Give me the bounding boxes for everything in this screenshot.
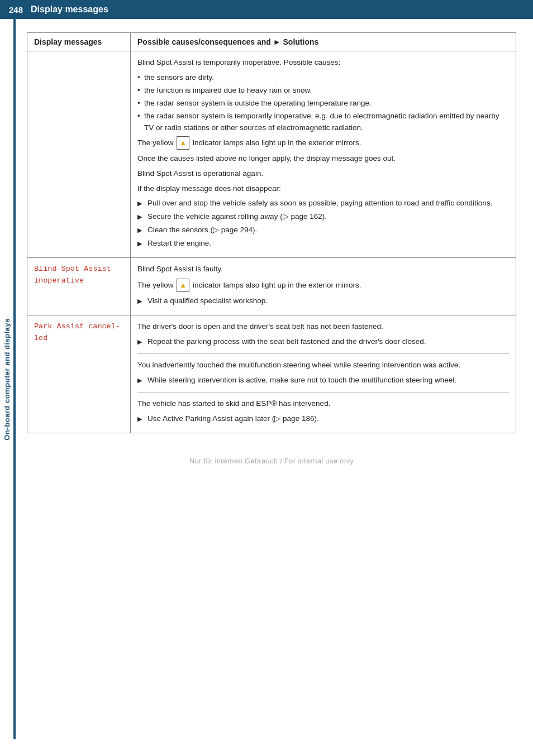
page-title: Display messages (31, 4, 108, 15)
outer-wrapper: On-board computer and displays Display m… (0, 19, 533, 739)
main-table: Display messages Possible causes/consequ… (27, 32, 516, 433)
list-item: the radar sensor system is outside the o… (137, 98, 509, 109)
section-divider (137, 353, 509, 354)
side-label-col: On-board computer and displays (0, 19, 16, 739)
table-row: Blind Spot Assist is temporarily inopera… (27, 51, 516, 258)
side-label: On-board computer and displays (3, 318, 11, 441)
action-list: While steering intervention is active, m… (137, 375, 509, 386)
page-footer: Nur für internen Gebrauch / For internal… (27, 447, 516, 472)
main-content: Display messages Possible causes/consequ… (16, 19, 533, 739)
action-list: Pull over and stop the vehicle safely as… (137, 198, 509, 250)
action-list: Repeat the parking process with the seat… (137, 336, 509, 348)
para: Once the causes listed above no longer a… (137, 153, 509, 165)
para: The driver's door is open and the driver… (137, 321, 509, 333)
list-item: the function is impaired due to heavy ra… (137, 85, 509, 97)
col2-header: Possible causes/consequences and ► Solut… (131, 33, 516, 51)
table-row: Park Assist cancel-ledThe driver's door … (27, 315, 516, 433)
warning-icon: ▲ (177, 136, 189, 150)
causes-cell: Blind Spot Assist is faulty.The yellow ▲… (131, 258, 516, 315)
table-row: Blind Spot AssistinoperativeBlind Spot A… (27, 258, 516, 315)
page-header: 248 Display messages (0, 0, 533, 19)
causes-cell: The driver's door is open and the driver… (131, 315, 516, 433)
action-list: Use Active Parking Assist again later (▷… (137, 413, 509, 425)
para: The vehicle has started to skid and ESP®… (137, 398, 509, 410)
action-item: Repeat the parking process with the seat… (137, 336, 509, 348)
action-item: While steering intervention is active, m… (137, 375, 509, 386)
triangle-icon: ▲ (179, 137, 187, 149)
footer-text: Nur für internen Gebrauch / For internal… (189, 457, 354, 465)
warning-icon: ▲ (177, 279, 189, 292)
para-warn: The yellow ▲ indicator lamps also light … (137, 136, 509, 150)
para: Blind Spot Assist is operational again. (137, 168, 509, 180)
triangle-icon: ▲ (179, 280, 187, 291)
intro-para: Blind Spot Assist is temporarily inopera… (137, 57, 509, 69)
action-item: Restart the engine. (137, 238, 509, 250)
bullet-list: the sensors are dirty.the function is im… (137, 72, 509, 134)
display-msg-cell: Blind Spot Assistinoperative (27, 258, 131, 315)
list-item: the radar sensor system is temporarily i… (137, 111, 509, 134)
action-item: Clean the sensors (▷ page 294). (137, 224, 509, 236)
display-msg-cell (27, 51, 131, 258)
action-item: Secure the vehicle against rolling away … (137, 211, 509, 223)
list-item: the sensors are dirty. (137, 72, 509, 84)
para-warn: The yellow ▲ indicator lamps also light … (137, 279, 509, 292)
action-list: Visit a qualified specialist workshop. (137, 295, 509, 307)
action-item: Use Active Parking Assist again later (▷… (137, 413, 509, 425)
section-divider (137, 392, 509, 393)
para: If the display message does not disappea… (137, 183, 509, 195)
action-item: Pull over and stop the vehicle safely as… (137, 198, 509, 209)
para: You inadvertently touched the multifunct… (137, 360, 509, 371)
action-item: Visit a qualified specialist workshop. (137, 295, 509, 307)
display-msg-cell: Park Assist cancel-led (27, 315, 131, 433)
para: Blind Spot Assist is faulty. (137, 264, 509, 275)
col1-header: Display messages (27, 33, 131, 51)
page-number: 248 (9, 5, 23, 15)
causes-cell: Blind Spot Assist is temporarily inopera… (131, 51, 516, 258)
